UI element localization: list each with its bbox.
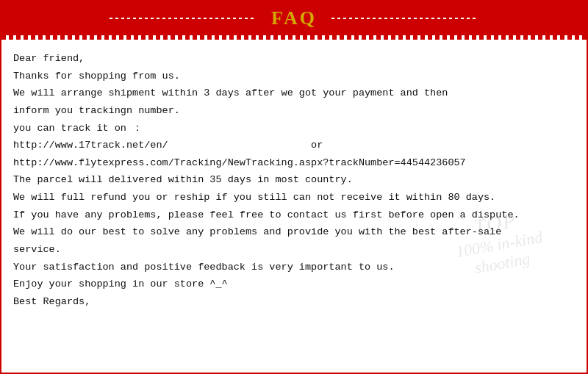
header: FAQ [1,1,587,35]
content-line-14: Best Regards, [13,293,575,311]
content-lines: Dear friend,Thanks for shopping from us.… [13,50,575,310]
content-area: TOP 100% in-kindshooting Dear friend,Tha… [1,40,587,317]
content-line-3: inform you trackingn number. [13,102,575,120]
content-line-1: Thanks for shopping from us. [13,68,575,85]
content-line-12: Your satisfaction and positive feedback … [13,259,575,276]
content-line-6: http://www.flytexpress.com/Tracking/NewT… [13,154,575,172]
faq-title: FAQ [271,7,317,29]
content-line-10: We will do our best to solve any problem… [13,223,575,241]
content-line-4: you can track it on ： [13,120,575,137]
content-line-13: Enjoy your shopping in our store ^_^ [13,276,575,293]
page-wrapper: FAQ TOP 100% in-kindshooting Dear friend… [0,0,588,374]
content-line-2: We will arrange shipment within 3 days a… [13,84,575,102]
content-line-7: The parcel will delivered within 35 days… [13,171,575,189]
content-line-11: service. [13,241,575,259]
content-line-0: Dear friend, [13,50,575,68]
content-line-9: If you have any problems, please feel fr… [13,206,575,224]
content-line-8: We will full refund you or reship if you… [13,189,575,206]
content-line-5: http://www.17track.net/en/ or [13,137,575,154]
